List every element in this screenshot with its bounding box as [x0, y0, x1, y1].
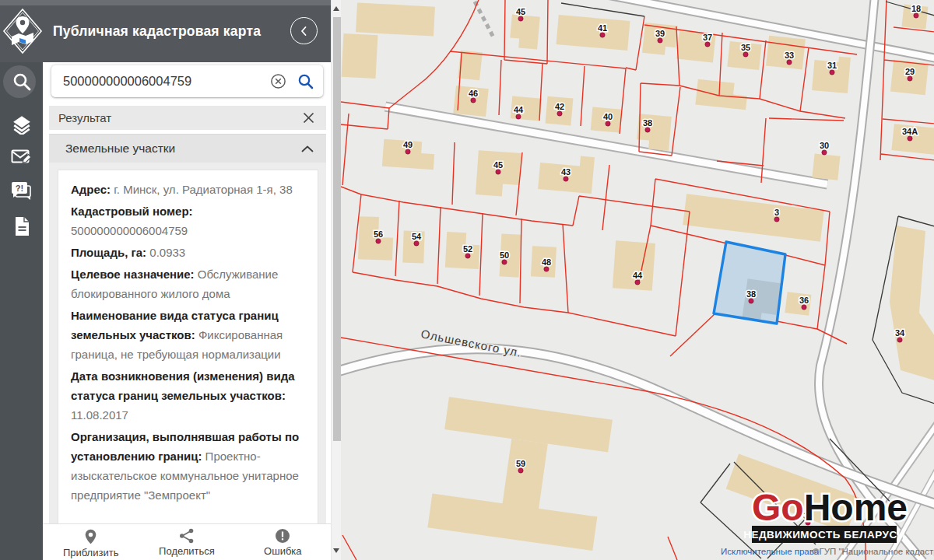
panel-scrollbar[interactable] — [331, 0, 341, 560]
parcel-label: 29 — [905, 67, 915, 76]
rail-faq-tool[interactable]: ?! — [0, 174, 43, 208]
tool-rail: ?! — [0, 62, 43, 560]
rail-documents-tool[interactable] — [0, 209, 43, 243]
search-submit-icon — [297, 73, 314, 90]
parcel-label-dot — [914, 13, 918, 18]
parcel-label: 46 — [469, 89, 478, 98]
search-box — [51, 65, 323, 97]
parcel-label-dot — [471, 98, 476, 103]
parcel-label-dot — [600, 33, 605, 37]
pin-icon — [84, 528, 97, 545]
parcel-label-dot — [830, 70, 834, 75]
field-address: Адрес: г. Минск, ул. Радиаторная 1-я, 38 — [71, 180, 305, 199]
field-status-date: Дата возникновения (изменения) вида стат… — [71, 366, 305, 425]
collapse-panel-button[interactable] — [290, 17, 318, 44]
rail-feedback-tool[interactable] — [0, 140, 43, 174]
error-icon — [275, 528, 290, 544]
parcel-label: 50 — [500, 250, 509, 260]
close-result-button[interactable] — [298, 108, 318, 128]
scrollbar-up-arrow[interactable] — [333, 6, 339, 11]
parcel-label-dot — [414, 241, 419, 246]
parcel-label-dot — [516, 114, 521, 119]
parcel-details-card: Адрес: г. Минск, ул. Радиаторная 1-я, 38… — [58, 170, 318, 560]
field-organization: Организация, выполнявшая работы по устан… — [71, 427, 305, 505]
zoom-to-button[interactable]: Приблизить — [43, 524, 139, 560]
parcel-label-dot — [544, 267, 549, 271]
parcel-label: 30 — [820, 141, 829, 150]
search-icon — [12, 72, 32, 92]
rail-layers-tool[interactable] — [0, 107, 43, 142]
parcel-label: 45 — [516, 7, 525, 16]
parcel-label-dot — [749, 299, 753, 303]
map-canvas[interactable]: Ольшевского ул. 454139373533311829464442… — [341, 0, 934, 560]
search-panel: Результат Земельные участки Адрес: г. Ми… — [43, 62, 331, 560]
share-icon — [179, 528, 195, 544]
parcel-label: 56 — [374, 229, 383, 239]
parcel-label: 33 — [785, 51, 794, 60]
gohome-watermark: GoHome НЕДВИЖИМОСТЬ БЕЛАРУСИ — [743, 487, 908, 543]
cadastral-map-app: Ольшевского ул. 454139373533311829464442… — [0, 0, 934, 560]
field-cadastral-number: Кадастровый номер: 500000000006004759 — [71, 201, 305, 240]
search-input[interactable] — [51, 74, 264, 89]
parcel-label: 34A — [902, 127, 918, 136]
chevron-up-icon — [301, 145, 314, 152]
parcel-label: 31 — [827, 61, 837, 70]
parcel-label: 41 — [598, 23, 607, 33]
parcel-label-dot — [705, 42, 710, 47]
layers-icon — [12, 114, 32, 135]
close-icon — [303, 112, 314, 124]
svg-text:?!: ?! — [16, 184, 23, 193]
parcel-label-dot — [908, 136, 912, 141]
parcel-label-dot — [606, 121, 610, 126]
parcel-label-dot — [908, 76, 912, 81]
parcel-label: 44 — [514, 105, 524, 114]
clear-search-button[interactable] — [264, 66, 292, 97]
building-59 — [427, 397, 613, 551]
parcel-label-dot — [802, 305, 806, 310]
parcel-label-dot — [743, 52, 748, 57]
parcel-label: 48 — [542, 257, 551, 267]
gohome-home: Home — [804, 487, 908, 528]
parcel-label-dot — [465, 254, 470, 258]
parcel-label: 43 — [561, 167, 571, 177]
mail-edit-icon — [11, 148, 32, 166]
question-chat-icon: ?! — [11, 181, 32, 201]
parcel-label-dot — [897, 338, 902, 342]
attribution-link[interactable]: Исключительные права — [721, 547, 820, 556]
parcel-label: 38 — [643, 118, 652, 128]
submit-search-button[interactable] — [292, 66, 320, 97]
section-land-parcels[interactable]: Земельные участки — [49, 134, 326, 163]
field-border-status: Наименование вида статуса границ земельн… — [71, 306, 305, 364]
scrollbar-thumb[interactable] — [333, 17, 341, 441]
parcel-label: 49 — [403, 140, 413, 149]
parcel-label: 35 — [741, 43, 750, 52]
parcel-label: 36 — [799, 296, 809, 305]
rail-search-tool[interactable] — [0, 65, 43, 99]
parcel-label: 37 — [703, 33, 712, 42]
parcel-label-dot — [502, 260, 507, 264]
report-error-button[interactable]: Ошибка — [235, 524, 331, 560]
result-body: Адрес: г. Минск, ул. Радиаторная 1-я, 38… — [49, 163, 326, 560]
parcel-label: 40 — [603, 112, 613, 121]
scrollbar-down-arrow[interactable] — [333, 548, 339, 553]
result-title: Результат — [58, 111, 111, 124]
parcel-label: 34 — [895, 328, 905, 338]
parcel-label: 38 — [746, 289, 756, 299]
parcel-label: 45 — [493, 160, 503, 170]
gohome-subtitle: НЕДВИЖИМОСТЬ БЕЛАРУСИ — [743, 529, 905, 541]
parcel-label: 3 — [774, 208, 779, 217]
attribution-text: ©ГУП "Национальное кадастровое а — [813, 547, 934, 556]
parcel-label: 54 — [412, 232, 422, 241]
parcel-label-dot — [496, 170, 500, 174]
field-purpose: Целевое назначение: Обслуживание блокиро… — [71, 264, 305, 303]
parcel-label-dot — [658, 38, 662, 43]
parcel-label-dot — [406, 149, 410, 154]
selected-parcel[interactable] — [714, 242, 785, 324]
share-button[interactable]: Поделиться — [139, 524, 234, 560]
parcel-label: 44 — [633, 271, 643, 280]
parcel-label-dot — [557, 111, 562, 116]
parcel-label-dot — [635, 280, 640, 285]
app-logo-icon — [2, 7, 43, 55]
field-area: Площадь, га: 0.0933 — [71, 243, 305, 262]
parcel-label: 18 — [911, 4, 921, 13]
